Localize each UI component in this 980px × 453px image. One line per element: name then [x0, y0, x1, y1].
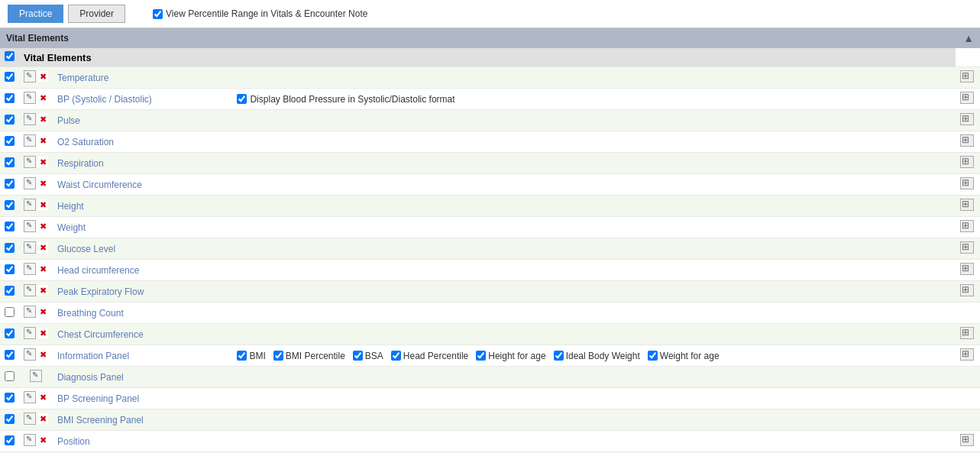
- edit-icon[interactable]: [24, 134, 36, 147]
- edit-icon[interactable]: [24, 284, 36, 296]
- move-icon[interactable]: [960, 241, 974, 254]
- row-checkbox[interactable]: [5, 414, 15, 424]
- ideal-body-weight-check-label[interactable]: Ideal Body Weight: [554, 351, 640, 361]
- collapse-icon[interactable]: ▲: [963, 32, 974, 44]
- row-name: O2 Saturation: [53, 131, 232, 153]
- move-icon[interactable]: [960, 113, 974, 125]
- edit-icon[interactable]: [24, 113, 36, 125]
- bsa-check-label[interactable]: BSA: [353, 351, 383, 361]
- row-checkbox[interactable]: [5, 93, 15, 103]
- row-checkbox[interactable]: [5, 328, 15, 338]
- height-for-age-checkbox[interactable]: [476, 351, 486, 361]
- row-name: Pulse: [53, 110, 232, 131]
- edit-icon[interactable]: [24, 156, 36, 168]
- bmi-checkbox[interactable]: [237, 351, 247, 361]
- move-icon[interactable]: [960, 92, 974, 104]
- delete-icon[interactable]: [37, 392, 48, 403]
- tab-practice[interactable]: Practice: [8, 5, 63, 23]
- row-icons: [30, 370, 42, 382]
- row-move-cell: [956, 303, 980, 324]
- row-checkbox[interactable]: [5, 286, 15, 296]
- row-checkbox[interactable]: [5, 393, 15, 403]
- edit-icon[interactable]: [24, 391, 36, 403]
- delete-icon[interactable]: [37, 242, 48, 253]
- percentile-checkbox[interactable]: [153, 9, 163, 19]
- edit-icon[interactable]: [24, 241, 36, 254]
- move-icon[interactable]: [960, 199, 974, 211]
- edit-icon[interactable]: [24, 348, 36, 361]
- move-icon[interactable]: [960, 156, 974, 168]
- row-checkbox[interactable]: [5, 179, 15, 189]
- row-checkbox[interactable]: [5, 243, 15, 253]
- row-checkbox[interactable]: [5, 200, 15, 210]
- row-checkbox[interactable]: [5, 264, 15, 274]
- row-checkbox[interactable]: [5, 435, 15, 445]
- edit-icon[interactable]: [24, 70, 36, 83]
- row-checkbox[interactable]: [5, 72, 15, 82]
- weight-for-age-checkbox[interactable]: [648, 351, 658, 361]
- row-icons: [24, 391, 48, 403]
- delete-icon[interactable]: [37, 178, 48, 189]
- top-bar: Practice Provider View Percentile Range …: [0, 0, 980, 28]
- move-icon[interactable]: [960, 70, 974, 83]
- ideal-body-weight-checkbox[interactable]: [554, 351, 564, 361]
- edit-icon[interactable]: [24, 199, 36, 211]
- section-header: Vital Elements ▲: [0, 28, 980, 48]
- row-extra: [232, 324, 956, 345]
- edit-icon[interactable]: [24, 92, 36, 104]
- delete-icon[interactable]: [37, 114, 48, 125]
- move-icon[interactable]: [960, 220, 974, 232]
- bmi-percentile-checkbox[interactable]: [273, 351, 283, 361]
- delete-icon[interactable]: [37, 413, 48, 424]
- delete-icon[interactable]: [37, 349, 48, 360]
- delete-icon[interactable]: [37, 199, 48, 210]
- percentile-label[interactable]: View Percentile Range in Vitals & Encoun…: [153, 8, 367, 19]
- table-header-row: Vital Elements: [0, 48, 980, 67]
- edit-icon[interactable]: [24, 413, 36, 425]
- delete-icon[interactable]: [37, 92, 48, 103]
- weight-for-age-check-label[interactable]: Weight for age: [648, 351, 720, 361]
- delete-icon[interactable]: [37, 285, 48, 296]
- move-icon[interactable]: [960, 434, 974, 446]
- delete-icon[interactable]: [37, 264, 48, 274]
- delete-icon[interactable]: [37, 71, 48, 82]
- row-checkbox[interactable]: [5, 307, 15, 317]
- bmi-percentile-check-label[interactable]: BMI Percentile: [273, 351, 345, 361]
- row-checkbox[interactable]: [5, 157, 15, 167]
- delete-icon[interactable]: [37, 221, 48, 231]
- select-all-checkbox[interactable]: [5, 51, 15, 61]
- delete-icon[interactable]: [37, 135, 48, 146]
- edit-icon[interactable]: [24, 177, 36, 189]
- row-checkbox[interactable]: [5, 350, 15, 360]
- table-row: BP (Systolic / Diastolic) Display Blood …: [0, 89, 980, 110]
- bsa-checkbox[interactable]: [353, 351, 363, 361]
- head-percentile-check-label[interactable]: Head Percentile: [391, 351, 468, 361]
- move-icon[interactable]: [960, 177, 974, 189]
- edit-icon[interactable]: [24, 263, 36, 275]
- row-checkbox[interactable]: [5, 371, 15, 381]
- move-icon[interactable]: [960, 263, 974, 275]
- height-for-age-check-label[interactable]: Height for age: [476, 351, 545, 361]
- move-icon[interactable]: [960, 134, 974, 147]
- delete-icon[interactable]: [37, 157, 48, 167]
- move-icon[interactable]: [960, 348, 974, 361]
- edit-icon[interactable]: [24, 306, 36, 318]
- tab-provider[interactable]: Provider: [68, 5, 125, 23]
- bmi-check-label[interactable]: BMI: [237, 351, 265, 361]
- bp-format-checkbox[interactable]: [237, 94, 247, 104]
- row-name: Waist Circumference: [53, 174, 232, 196]
- row-checkbox[interactable]: [5, 136, 15, 146]
- edit-icon[interactable]: [30, 370, 42, 382]
- row-checkbox[interactable]: [5, 222, 15, 231]
- edit-icon[interactable]: [24, 434, 36, 446]
- delete-icon[interactable]: [37, 306, 48, 317]
- delete-icon[interactable]: [37, 328, 48, 338]
- delete-icon[interactable]: [37, 435, 48, 445]
- move-icon[interactable]: [960, 284, 974, 296]
- move-icon[interactable]: [960, 327, 974, 339]
- row-checkbox[interactable]: [5, 115, 15, 125]
- edit-icon[interactable]: [24, 220, 36, 232]
- row-extra: [232, 303, 956, 324]
- edit-icon[interactable]: [24, 327, 36, 339]
- head-percentile-checkbox[interactable]: [391, 351, 401, 361]
